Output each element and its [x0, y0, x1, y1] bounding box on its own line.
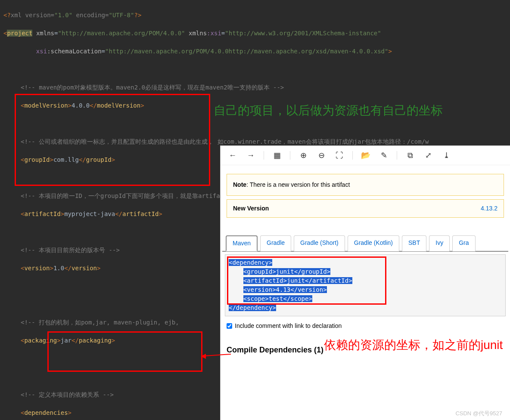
- arrow-head-icon: [201, 354, 206, 359]
- back-icon[interactable]: ←: [227, 150, 238, 161]
- tab-sbt[interactable]: SBT: [402, 235, 426, 251]
- watermark: CSDN @代号9527: [455, 409, 502, 418]
- xml-declaration: <?xml version="1.0" encoding="UTF-8"?>: [3, 12, 141, 19]
- browser-panel: ← → ▦ ⊕ ⊖ ⛶ 📂 ✎ ⧉ ⤢ ⤓ Note: There is a n…: [220, 145, 510, 420]
- comment-group: <!-- 公司或者组织的唯一标志，并且配置时生成的路径也是由此生成， 如com.…: [21, 138, 429, 145]
- fit-icon[interactable]: ⛶: [334, 150, 345, 161]
- comment-packaging: <!-- 打包的机制，如pom,jar, maven-plugin, ejb,: [21, 319, 179, 326]
- note-label: Note: [233, 181, 246, 188]
- new-version-link[interactable]: 4.13.2: [481, 204, 498, 213]
- tab-gradle-kotlin[interactable]: Gradle (Kotlin): [348, 235, 399, 251]
- note-text: : There is a new version for this artifa…: [246, 181, 350, 188]
- tab-ivy[interactable]: Ivy: [429, 235, 450, 251]
- maven-snippet[interactable]: <dependency> <groupId>junit</groupId> <a…: [225, 254, 506, 316]
- snippet-red-box: [227, 256, 386, 305]
- include-comment-checkbox[interactable]: [227, 323, 232, 329]
- fullscreen-icon[interactable]: ⤢: [423, 150, 433, 161]
- copy-icon[interactable]: ⧉: [405, 150, 415, 161]
- comment-model: <!-- maven的pom对象模型版本。maven2.0必须是这样写，现在是m…: [21, 84, 284, 91]
- tab-maven[interactable]: Maven: [226, 235, 258, 251]
- grid-icon[interactable]: ▦: [272, 150, 282, 161]
- include-comment-label: Include comment with link to declaration: [235, 321, 342, 330]
- browser-toolbar: ← → ▦ ⊕ ⊖ ⛶ 📂 ✎ ⧉ ⤢ ⤓: [221, 146, 510, 165]
- groupid-value: com.llg: [53, 156, 79, 163]
- green-annotation-text: 自己的项目，以后做为资源也有自己的坐标: [214, 102, 489, 120]
- download-icon[interactable]: ⤓: [441, 150, 451, 161]
- artifactid-value: myproject-java: [64, 210, 115, 217]
- project-tag: project: [7, 30, 32, 37]
- include-comment-row: Include comment with link to declaration: [227, 321, 504, 330]
- forward-icon[interactable]: →: [246, 150, 256, 161]
- edit-icon[interactable]: ✎: [379, 150, 389, 161]
- tab-gradle-short[interactable]: Gradle (Short): [294, 235, 345, 251]
- version-value: 1.0: [53, 265, 64, 272]
- new-version-row: New Version 4.13.2: [227, 199, 504, 218]
- tabs-row: Maven Gradle Gradle (Short) Gradle (Kotl…: [222, 235, 508, 252]
- note-box: Note: There is a new version for this ar…: [227, 174, 504, 196]
- zoom-out-icon[interactable]: ⊖: [316, 150, 327, 161]
- tab-grape[interactable]: Gra: [452, 235, 475, 251]
- new-version-label: New Version: [233, 204, 269, 213]
- comment-deps: <!-- 定义本项目的依赖关系 -->: [21, 391, 114, 398]
- red-annotation-text: 依赖的资源的坐标，如之前的junit: [324, 337, 509, 353]
- tab-gradle[interactable]: Gradle: [260, 235, 291, 251]
- comment-version: <!-- 本项目目前所处的版本号 -->: [21, 247, 120, 253]
- open-icon[interactable]: 📂: [361, 150, 371, 161]
- zoom-in-icon[interactable]: ⊕: [298, 150, 308, 161]
